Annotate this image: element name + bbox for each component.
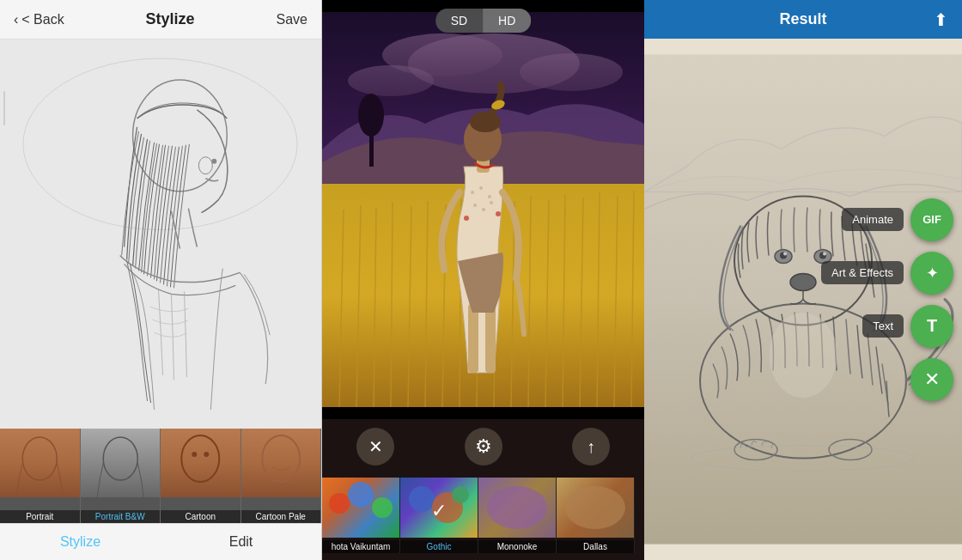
svg-rect-48 xyxy=(485,304,496,373)
tab-stylize[interactable]: Stylize xyxy=(0,524,161,560)
sd-button[interactable]: SD xyxy=(435,9,483,33)
thumb-cartoon-pale-img xyxy=(241,429,321,497)
hd-button[interactable]: HD xyxy=(483,9,531,33)
svg-point-17 xyxy=(358,94,384,137)
back-label: < Back xyxy=(21,12,64,27)
svg-rect-47 xyxy=(468,304,478,373)
thumb-portrait-label: Portrait xyxy=(0,510,80,523)
filter-dallas-label: Dallas xyxy=(557,540,634,553)
svg-point-7 xyxy=(181,435,219,482)
filter-dallas[interactable]: Dallas xyxy=(557,478,635,553)
thumb-portrait[interactable]: Portrait xyxy=(0,429,81,523)
filter-gothic[interactable]: ✓ Gothic xyxy=(400,478,478,553)
svg-point-39 xyxy=(488,195,491,198)
panel-stylize: ‹ < Back Stylize Save xyxy=(0,0,322,560)
scroll-indicator xyxy=(3,91,5,125)
filter-vaikuntam[interactable]: hota Vaikuntam xyxy=(322,478,400,553)
animate-label: Animate xyxy=(842,208,904,231)
animate-row: Animate GIF xyxy=(842,198,953,241)
svg-point-51 xyxy=(329,493,350,514)
panel3-title: Result xyxy=(779,10,826,28)
share-icon: ↑ xyxy=(587,437,595,457)
text-row: Text T xyxy=(862,305,953,348)
svg-point-66 xyxy=(783,253,787,256)
filter-vaikuntam-preview xyxy=(322,478,399,538)
thumb-portrait-bw[interactable]: Portrait B&W xyxy=(81,429,161,523)
adjust-icon: ⚙ xyxy=(475,435,492,458)
art-effects-label: Art & Effects xyxy=(821,261,904,284)
svg-point-68 xyxy=(790,274,816,291)
filter-mononoke[interactable]: Mononoke xyxy=(478,478,557,553)
svg-point-38 xyxy=(479,186,483,190)
art-effects-row: Art & Effects ✦ xyxy=(821,252,953,295)
svg-point-41 xyxy=(482,208,485,211)
panel1-thumbnails: Portrait Portrait B&W Cartoon Cartoon Pa… xyxy=(0,429,321,523)
panel2-main-image: SD HD xyxy=(322,0,644,419)
wheat-field-image xyxy=(322,0,644,419)
filter-gothic-check: ✓ xyxy=(431,500,447,522)
thumb-portrait-bw-label: Portrait B&W xyxy=(81,510,161,523)
share-button[interactable]: ↑ xyxy=(572,428,610,466)
thumb-cartoon[interactable]: Cartoon xyxy=(161,429,241,523)
adjust-button[interactable]: ⚙ xyxy=(465,428,502,466)
quality-selector: SD HD xyxy=(435,9,532,33)
art-effects-button[interactable]: ✦ xyxy=(910,252,953,295)
sketch-image xyxy=(0,40,321,429)
svg-point-58 xyxy=(565,486,625,529)
svg-point-15 xyxy=(348,65,434,96)
panel3-header: Result ⬆ xyxy=(644,0,962,39)
svg-point-37 xyxy=(471,191,474,194)
tab-edit-label: Edit xyxy=(229,534,253,549)
filter-gothic-preview: ✓ xyxy=(400,478,478,538)
svg-point-14 xyxy=(520,53,623,91)
panel-result: Result ⬆ xyxy=(644,0,962,560)
back-button[interactable]: ‹ < Back xyxy=(14,12,64,27)
filter-dallas-preview xyxy=(557,478,634,538)
close-row: ✕ xyxy=(910,358,953,401)
filter-gothic-label: Gothic xyxy=(400,540,478,553)
svg-point-40 xyxy=(473,204,477,207)
svg-point-4 xyxy=(211,159,216,164)
panel3-share-icon: ⬆ xyxy=(934,10,948,29)
thumb-portrait-img xyxy=(0,429,80,497)
panel2-controls: ✕ ⚙ ↑ xyxy=(322,419,644,474)
panel3-result-image: Animate GIF Art & Effects ✦ Text T ✕ xyxy=(644,39,962,560)
close-icon: ✕ xyxy=(924,368,940,391)
panel1-main-image xyxy=(0,40,321,429)
thumb-cartoon-pale-label: Cartoon Pale xyxy=(241,510,321,523)
filter-strip: hota Vaikuntam ✓ Gothic Mononoke Dallas xyxy=(322,474,644,560)
thumb-cartoon-pale[interactable]: Cartoon Pale xyxy=(241,429,322,523)
svg-point-5 xyxy=(22,437,57,480)
svg-point-10 xyxy=(262,435,300,482)
sparkle-icon: ✦ xyxy=(926,264,939,283)
close-button[interactable]: ✕ xyxy=(356,428,394,466)
side-action-buttons: Animate GIF Art & Effects ✦ Text T ✕ xyxy=(821,198,953,401)
svg-point-49 xyxy=(464,216,469,221)
close-icon: ✕ xyxy=(368,436,383,457)
tab-edit[interactable]: Edit xyxy=(161,524,321,560)
svg-point-56 xyxy=(452,486,469,503)
text-label: Text xyxy=(862,314,904,338)
gif-icon: GIF xyxy=(922,213,941,226)
svg-rect-0 xyxy=(0,41,321,427)
thumb-cartoon-img xyxy=(161,429,240,497)
save-button[interactable]: Save xyxy=(277,12,307,27)
thumb-cartoon-label: Cartoon xyxy=(161,510,240,523)
text-button[interactable]: T xyxy=(910,305,953,348)
panel1-header: ‹ < Back Stylize Save xyxy=(0,0,321,40)
panel1-title: Stylize xyxy=(146,10,195,28)
close-button[interactable]: ✕ xyxy=(910,358,953,401)
filter-mononoke-label: Mononoke xyxy=(478,540,556,553)
svg-point-42 xyxy=(490,201,493,204)
svg-point-8 xyxy=(192,452,197,457)
svg-point-6 xyxy=(103,437,137,480)
tab-stylize-label: Stylize xyxy=(60,534,100,549)
svg-point-53 xyxy=(372,497,393,518)
animate-button[interactable]: GIF xyxy=(910,198,953,241)
panel3-share-button[interactable]: ⬆ xyxy=(934,9,948,30)
thumb-portrait-bw-img xyxy=(81,429,161,497)
svg-point-52 xyxy=(348,482,374,508)
panel-filter: SD HD ✕ ⚙ ↑ hota Vaikuntam ✓ Gothic xyxy=(322,0,644,560)
svg-point-9 xyxy=(204,452,209,457)
text-icon: T xyxy=(927,316,937,336)
